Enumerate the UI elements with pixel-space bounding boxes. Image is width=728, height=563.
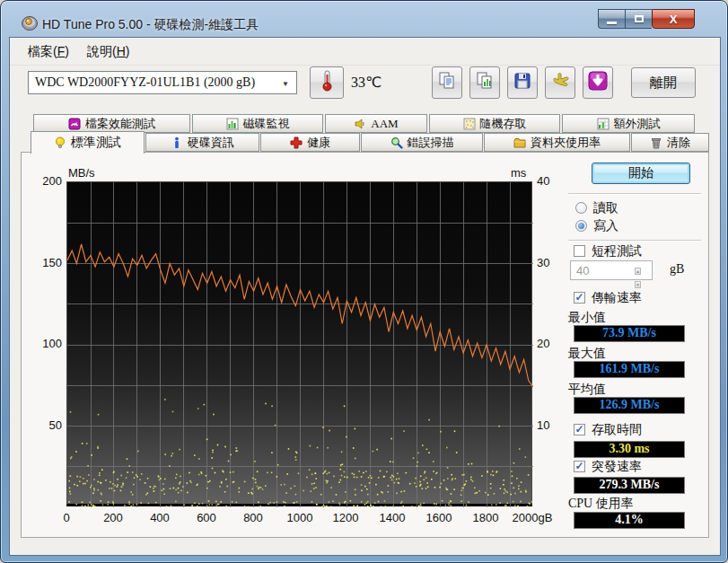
temperature-button[interactable] — [310, 66, 344, 99]
menu-help[interactable]: 說明(H) — [87, 44, 129, 60]
separator — [568, 240, 701, 242]
options-icon — [550, 71, 570, 94]
maximize-icon — [635, 15, 644, 22]
tab-label: 磁碟監視 — [243, 116, 290, 132]
tab-隨機存取[interactable]: 隨機存取 — [429, 114, 560, 133]
y-right-tick: 30 — [537, 256, 549, 269]
burst-rate-checkbox[interactable]: ✓ — [574, 461, 585, 472]
tab-label: 隨機存取 — [480, 116, 527, 132]
cpu-usage-label: CPU 使用率 — [568, 496, 634, 512]
x-tick: 0 — [39, 511, 93, 524]
benchmark-icon — [54, 136, 66, 149]
maximize-button[interactable] — [625, 9, 652, 29]
block-size-value: 40 — [576, 264, 589, 277]
transfer-rate-checkbox[interactable]: ✓ — [574, 292, 585, 303]
tab-健康[interactable]: 健康 — [260, 133, 360, 152]
x-tick: 1400 — [365, 511, 419, 524]
erase-icon — [650, 136, 662, 149]
y-left-tick: 150 — [39, 256, 62, 269]
tab-label: 錯誤掃描 — [408, 135, 454, 151]
copy-image-button[interactable] — [469, 66, 500, 99]
save-icon — [513, 71, 532, 94]
write-radio[interactable] — [575, 220, 587, 232]
tab-檔案效能測試[interactable]: 檔案效能測試 — [33, 114, 190, 133]
download-button[interactable] — [583, 66, 613, 99]
app-window: HD Tune Pro 5.00 - 硬碟檢測-維護工具 X 檔案(F) 說明(… — [0, 0, 728, 563]
tab-清除[interactable]: 清除 — [631, 133, 709, 152]
tab-標準測試[interactable]: 標準測試 — [31, 131, 145, 154]
dropdown-arrow-icon: ▼ — [282, 80, 289, 88]
tab-錯誤掃描[interactable]: 錯誤掃描 — [361, 133, 483, 152]
start-button[interactable]: 開始 — [592, 163, 690, 184]
file-benchmark-icon — [68, 118, 81, 130]
y-right-axis-unit: ms — [511, 166, 526, 180]
menu-file[interactable]: 檔案(F) — [28, 44, 69, 60]
access-time-checkbox[interactable]: ✓ — [574, 424, 585, 435]
tab-label: 檔案效能測試 — [85, 116, 155, 132]
tab-資料夾使用率[interactable]: 資料夾使用率 — [484, 133, 630, 152]
block-size-spinner[interactable]: 40 ▲ ▼ — [570, 260, 653, 280]
tab-硬碟資訊[interactable]: 硬碟資訊 — [145, 133, 259, 152]
transfer-rate-label: 傳輸速率 — [592, 290, 642, 306]
y-left-tick: 200 — [39, 174, 62, 188]
min-value: 73.9 MB/s — [574, 325, 685, 342]
tab-磁碟監視[interactable]: 磁碟監視 — [192, 114, 323, 133]
close-button[interactable]: X — [652, 9, 695, 29]
max-value: 161.9 MB/s — [574, 361, 685, 378]
max-label: 最大值 — [568, 346, 606, 362]
copy-image-icon — [475, 71, 495, 94]
x-tick: 1800 — [459, 511, 513, 524]
access-time-value: 3.30 ms — [574, 441, 685, 458]
avg-label: 平均值 — [568, 382, 606, 398]
y-right-tick: 10 — [537, 418, 549, 432]
x-tick: 600 — [180, 511, 233, 524]
health-icon — [290, 136, 303, 149]
x-tick: 800 — [226, 511, 280, 524]
minimize-icon — [607, 22, 617, 24]
tab-label: 額外測試 — [614, 116, 661, 132]
temperature-value: 33℃ — [351, 74, 382, 91]
y-left-tick: 100 — [39, 337, 62, 350]
read-label: 讀取 — [593, 200, 618, 216]
copy-icon — [437, 71, 457, 94]
disk-monitor-icon — [226, 118, 239, 130]
y-left-tick: 50 — [39, 418, 62, 432]
tab-label: 標準測試 — [71, 135, 121, 151]
error-scan-icon — [390, 136, 403, 149]
y-left-axis-unit: MB/s — [68, 166, 95, 180]
drive-select-value: WDC WD2000FYYZ-01UL1B1 (2000 gB) — [35, 75, 255, 90]
short-test-checkbox[interactable] — [574, 245, 585, 257]
tab-AAM[interactable]: AAM — [325, 114, 427, 133]
thermometer-icon — [317, 69, 337, 96]
min-label: 最小值 — [568, 310, 606, 326]
tab-label: 硬碟資訊 — [188, 135, 234, 151]
spinner-up-icon[interactable]: ▲ — [635, 268, 641, 275]
x-tick: 1600 — [412, 511, 466, 524]
caption-buttons: X — [598, 9, 695, 29]
options-button[interactable] — [545, 66, 575, 99]
spinner-down-icon[interactable]: ▼ — [635, 281, 641, 288]
drive-select[interactable]: WDC WD2000FYYZ-01UL1B1 (2000 gB) ▼ — [28, 71, 297, 94]
short-test-label: 短程測試 — [592, 243, 642, 260]
block-size-unit: gB — [670, 262, 684, 277]
speaker-icon — [354, 118, 366, 130]
close-icon: X — [670, 13, 678, 26]
exit-button[interactable]: 離開 — [631, 67, 696, 98]
y-right-tick: 40 — [537, 174, 549, 188]
random-access-icon — [463, 118, 476, 130]
tab-額外測試[interactable]: 額外測試 — [562, 114, 695, 133]
minimize-button[interactable] — [598, 9, 625, 29]
read-radio[interactable] — [575, 202, 587, 214]
tab-label: 健康 — [307, 135, 330, 151]
save-button[interactable] — [507, 66, 538, 99]
folder-usage-icon — [513, 136, 526, 149]
info-icon — [171, 136, 183, 149]
tab-label: 資料夾使用率 — [531, 135, 601, 151]
cpu-usage-value: 4.1% — [574, 512, 685, 529]
separator — [568, 193, 701, 195]
burst-rate-value: 279.3 MB/s — [574, 477, 685, 494]
x-tick: 2000gB — [505, 511, 559, 524]
menu-separator — [10, 65, 720, 66]
copy-text-button[interactable] — [432, 66, 462, 99]
burst-rate-label: 突發速率 — [592, 459, 642, 475]
